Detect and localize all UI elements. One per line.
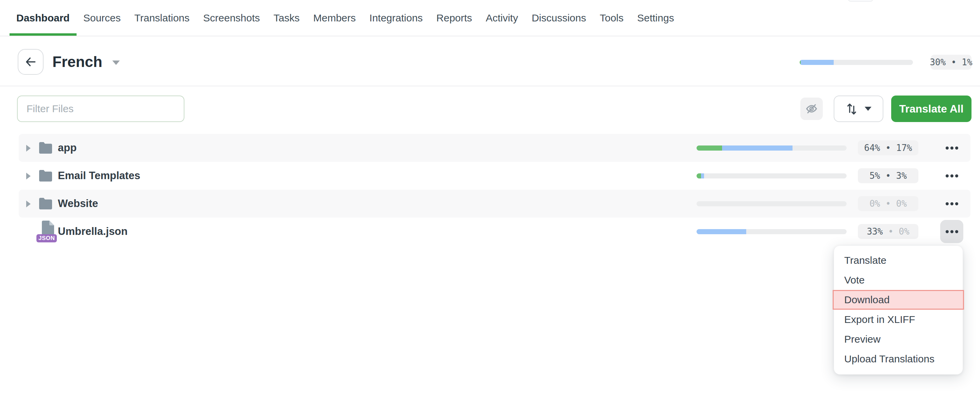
cutoff-ui-artifact xyxy=(848,0,873,2)
expand-caret-icon[interactable] xyxy=(26,145,30,152)
ellipsis-icon xyxy=(946,174,949,178)
menu-item-export-in-xliff[interactable]: Export in XLIFF xyxy=(834,310,963,329)
row-more-actions-button[interactable] xyxy=(940,136,963,159)
sort-arrows-icon xyxy=(846,102,858,116)
file-row-website[interactable]: Website 0% • 0% xyxy=(19,190,970,217)
file-row-email-templates[interactable]: Email Templates 5% • 3% xyxy=(19,162,970,190)
file-row-app[interactable]: app 64% • 17% xyxy=(19,134,970,162)
project-language-dashboard: Dashboard Sources Translations Screensho… xyxy=(0,0,980,395)
tab-members[interactable]: Members xyxy=(307,0,363,36)
row-more-actions-button[interactable] xyxy=(940,164,963,187)
expand-caret-icon[interactable] xyxy=(26,201,30,207)
row-more-actions-button[interactable] xyxy=(940,192,963,215)
translated-progress-fill xyxy=(722,146,792,151)
filter-files-input[interactable] xyxy=(17,95,185,122)
file-progress-bar xyxy=(697,173,846,178)
translated-progress-fill xyxy=(697,229,746,234)
tab-discussions[interactable]: Discussions xyxy=(525,0,593,36)
back-button[interactable] xyxy=(18,49,43,75)
file-row-umbrella-json[interactable]: JSON Umbrella.json 33% • 0% xyxy=(19,217,970,246)
menu-item-download[interactable]: Download xyxy=(833,290,964,310)
translate-all-button[interactable]: Translate All xyxy=(891,95,972,122)
file-progress-badge: 5% • 3% xyxy=(858,168,918,183)
file-name: app xyxy=(58,134,76,162)
tab-integrations[interactable]: Integrations xyxy=(363,0,430,36)
folder-icon xyxy=(38,197,53,210)
file-progress-bar xyxy=(697,146,846,151)
file-progress-badge: 33% • 0% xyxy=(858,224,918,239)
tab-screenshots[interactable]: Screenshots xyxy=(196,0,267,36)
file-list: app 64% • 17% Email Templates xyxy=(19,134,970,246)
file-actions-menu: Translate Vote Download Export in XLIFF … xyxy=(834,246,963,374)
ellipsis-icon xyxy=(946,202,949,205)
language-progress-badge: 30% • 1% xyxy=(931,55,972,70)
json-badge: JSON xyxy=(37,234,57,243)
folder-icon xyxy=(38,141,53,154)
header-divider xyxy=(0,86,980,86)
tab-dashboard[interactable]: Dashboard xyxy=(10,0,76,36)
file-name: Email Templates xyxy=(58,162,140,190)
chevron-down-icon[interactable] xyxy=(112,60,120,65)
translated-progress-fill xyxy=(801,60,834,65)
toggle-hidden-files-button[interactable] xyxy=(800,98,823,120)
translated-progress-fill xyxy=(701,173,704,178)
top-navigation: Dashboard Sources Translations Screensho… xyxy=(0,0,980,36)
json-file-icon: JSON xyxy=(38,221,59,243)
language-progress-bar xyxy=(800,60,913,65)
menu-item-translate[interactable]: Translate xyxy=(834,251,963,270)
file-name: Umbrella.json xyxy=(58,217,127,246)
file-name: Website xyxy=(58,190,98,217)
tab-translations[interactable]: Translations xyxy=(127,0,196,36)
file-progress-bar xyxy=(697,201,846,206)
ellipsis-icon xyxy=(946,146,949,149)
tab-activity[interactable]: Activity xyxy=(479,0,525,36)
tab-reports[interactable]: Reports xyxy=(430,0,479,36)
file-progress-bar xyxy=(697,229,846,234)
eye-off-icon xyxy=(805,102,818,115)
approved-progress-fill xyxy=(697,173,701,178)
sort-button[interactable] xyxy=(834,95,883,122)
menu-item-vote[interactable]: Vote xyxy=(834,270,963,290)
tab-settings[interactable]: Settings xyxy=(630,0,681,36)
page-title: French xyxy=(52,49,102,75)
approved-progress-fill xyxy=(697,146,722,151)
ellipsis-icon xyxy=(946,230,949,233)
file-progress-badge: 64% • 17% xyxy=(858,140,918,155)
file-progress-badge: 0% • 0% xyxy=(858,196,918,211)
expand-caret-icon[interactable] xyxy=(26,173,30,179)
tab-tasks[interactable]: Tasks xyxy=(267,0,307,36)
row-more-actions-button[interactable] xyxy=(940,220,963,243)
tab-tools[interactable]: Tools xyxy=(593,0,630,36)
tab-sources[interactable]: Sources xyxy=(76,0,127,36)
arrow-left-icon xyxy=(24,56,37,68)
chevron-down-icon xyxy=(865,107,872,111)
menu-item-upload-translations[interactable]: Upload Translations xyxy=(834,349,963,369)
menu-item-preview[interactable]: Preview xyxy=(834,329,963,349)
folder-icon xyxy=(38,169,53,182)
